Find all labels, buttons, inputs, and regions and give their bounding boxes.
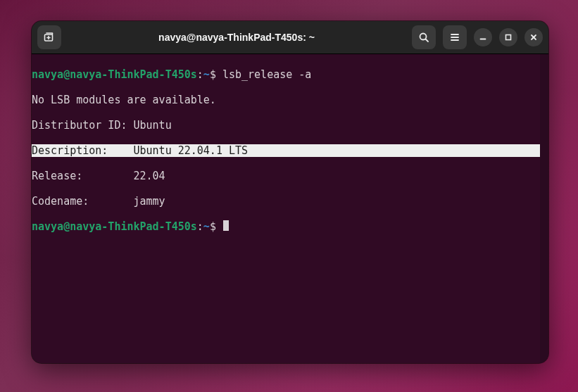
svg-line-2 [426, 39, 429, 42]
output-line: Codename: jammy [32, 195, 540, 208]
output-line: Release: 22.04 [32, 170, 540, 182]
terminal-body[interactable]: navya@navya-ThinkPad-T450s:~$ lsb_releas… [32, 54, 548, 363]
maximize-icon [504, 33, 513, 42]
window-title: navya@navya-ThinkPad-T450s: ~ [65, 21, 408, 53]
prompt-colon: : [197, 68, 203, 81]
search-button[interactable] [412, 25, 436, 49]
output-line-highlighted: Description: Ubuntu 22.04.1 LTS [32, 144, 540, 157]
prompt-path: ~ [203, 68, 210, 81]
terminal-window: navya@navya-ThinkPad-T450s: ~ [32, 21, 548, 363]
prompt-colon: : [197, 220, 203, 233]
cursor [223, 220, 229, 231]
prompt-dollar: $ [210, 68, 222, 81]
new-tab-button[interactable] [37, 25, 61, 49]
menu-button[interactable] [443, 25, 467, 49]
terminal-output[interactable]: navya@navya-ThinkPad-T450s:~$ lsb_releas… [32, 54, 540, 363]
titlebar: navya@navya-ThinkPad-T450s: ~ [32, 21, 548, 54]
prompt-user-host: navya@navya-ThinkPad-T450s [32, 220, 197, 233]
minimize-icon [479, 33, 487, 42]
scrollbar-track[interactable] [540, 54, 548, 363]
prompt-path: ~ [203, 220, 210, 233]
svg-rect-7 [506, 35, 511, 40]
hamburger-icon [449, 32, 460, 43]
maximize-button[interactable] [499, 28, 517, 46]
desktop-wallpaper: navya@navya-ThinkPad-T450s: ~ [0, 0, 578, 392]
output-line: No LSB modules are available. [32, 94, 540, 106]
prompt-dollar: $ [210, 220, 222, 233]
minimize-button[interactable] [474, 28, 492, 46]
search-icon [418, 32, 429, 43]
prompt-user-host: navya@navya-ThinkPad-T450s [32, 68, 197, 81]
close-button[interactable] [524, 28, 543, 46]
close-icon [529, 33, 538, 42]
command-text: lsb_release -a [222, 68, 311, 81]
output-line: Distributor ID: Ubuntu [32, 119, 540, 132]
new-tab-icon [43, 31, 56, 44]
